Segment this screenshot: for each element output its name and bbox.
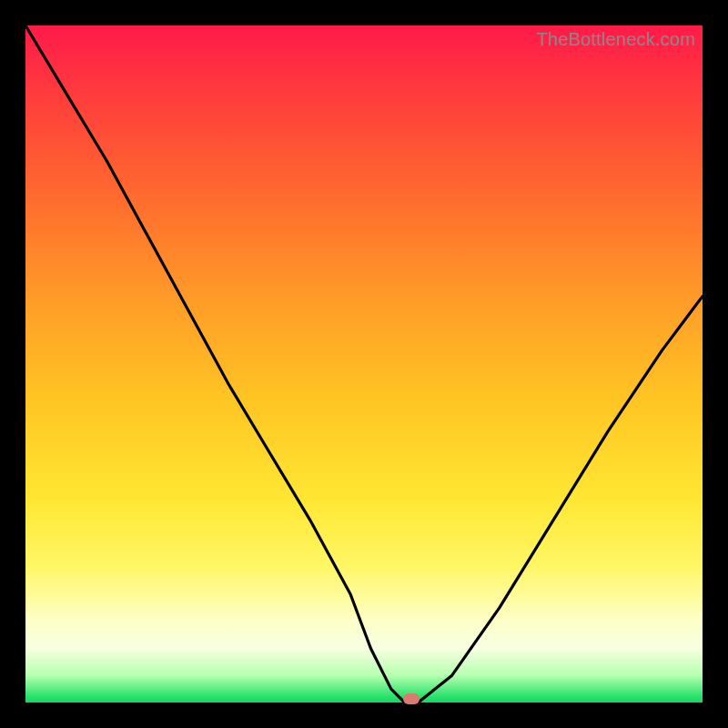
bottleneck-curve — [25, 25, 703, 703]
chart-frame: TheBottleneck.com — [0, 0, 728, 728]
optimum-marker — [403, 693, 420, 704]
plot-area: TheBottleneck.com — [25, 25, 703, 703]
